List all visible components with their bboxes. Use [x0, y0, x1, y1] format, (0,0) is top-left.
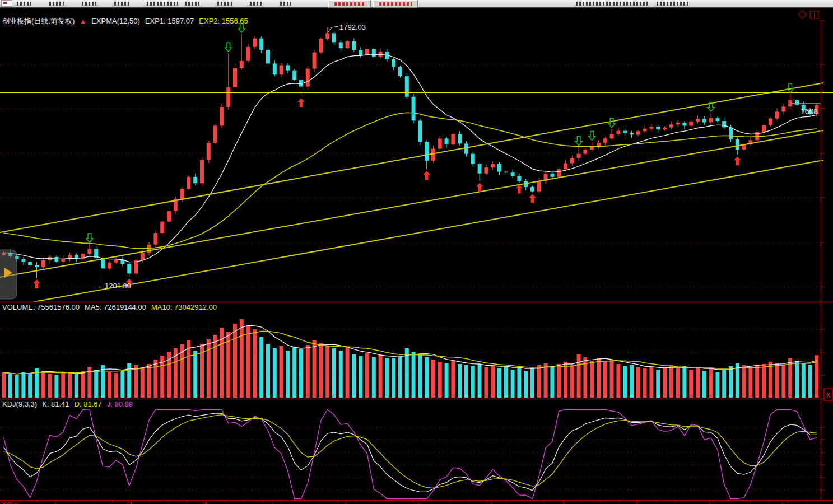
trading-app-window: X 创业板指(日线.前复权)▲EXPMA(12,50)EXP1: 1597.07… — [0, 0, 833, 504]
main-chart-header: 创业板指(日线.前复权)▲EXPMA(12,50)EXP1: 1597.07EX… — [2, 16, 253, 26]
pane-close-x: X — [826, 391, 830, 399]
kdj-title: KDJ(9,3,3) — [2, 400, 37, 408]
x-axis-year-label: 2018年 — [1, 501, 19, 504]
peak-price-label: 1792.03 — [339, 23, 366, 31]
chart-canvas: X — [0, 0, 833, 504]
x-axis-tick-label: 2 — [129, 501, 132, 504]
volume-header: VOLUME: 75561576.00MA5: 72619144.00MA10:… — [2, 303, 222, 311]
volume-pane[interactable] — [0, 302, 821, 399]
kdj-pane[interactable] — [0, 399, 821, 500]
volume-value: VOLUME: 75561576.00 — [2, 303, 80, 311]
exp1-value: EXP1: 1597.07 — [145, 17, 194, 25]
x-axis-labels: 2018年 2 3 — [0, 501, 833, 504]
volume-ma10-value: MA10: 73042912.00 — [151, 303, 217, 311]
kdj-d-value: D: 81.67 — [75, 400, 102, 408]
pane-close-button[interactable]: X — [824, 389, 833, 400]
exp2-value: EXP2: 1556.65 — [199, 17, 248, 25]
indicator-name: EXPMA(12,50) — [91, 17, 140, 25]
volume-ma5-value: MA5: 72619144.00 — [85, 303, 146, 311]
kdj-j-value: J: 80.89 — [107, 400, 133, 408]
x-axis-tick-label: 3 — [204, 501, 207, 504]
last-price-label: 1608 — [801, 107, 818, 116]
expma-up-arrow-icon: ▲ — [80, 17, 86, 25]
trough-price-label: ←1201.80 — [97, 282, 131, 290]
symbol-title: 创业板指(日线.前复权) — [2, 17, 75, 25]
main-pane[interactable] — [0, 10, 821, 302]
kdj-header: KDJ(9,3,3)K: 81.41D: 81.67J: 80.89 — [2, 400, 138, 408]
kdj-k-value: K: 81.41 — [42, 400, 69, 408]
